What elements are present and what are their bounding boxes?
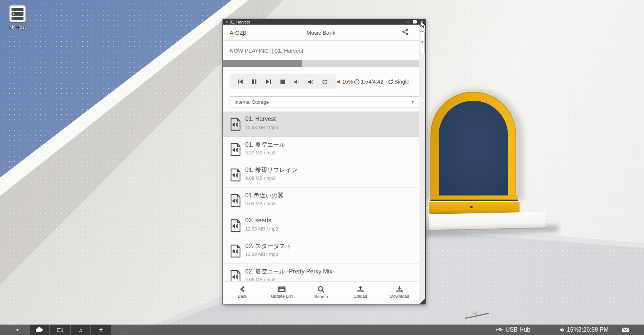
audio-file-icon	[230, 118, 241, 132]
audio-file-icon	[230, 244, 241, 259]
minimize-button[interactable]	[406, 22, 410, 22]
window-scrollbar[interactable]	[419, 25, 425, 304]
taskbar-item-add[interactable]: +	[91, 325, 111, 335]
volume-up-button[interactable]	[306, 77, 315, 86]
maximize-button[interactable]	[413, 20, 417, 24]
song-list-item[interactable]: 02. スターダスト 12.39 MB / mp3	[223, 238, 419, 264]
progress-bar[interactable]	[223, 60, 419, 67]
music-player-window: ♫ 01. Harvest × ArOZβ Music Bank NOW PLA…	[222, 19, 426, 304]
pause-button[interactable]	[250, 77, 259, 86]
chevron-down-icon: ▼	[411, 100, 414, 104]
audio-file-icon	[230, 168, 241, 183]
storage-dropdown[interactable]: Internal Storage ▼	[230, 96, 419, 107]
mouse-cursor	[420, 21, 426, 30]
upload-icon	[357, 286, 364, 292]
tool-label: Download	[390, 294, 409, 298]
wall-tuft	[472, 310, 477, 313]
time-status: 1:54/4:42	[354, 74, 383, 89]
previous-button[interactable]	[236, 77, 245, 86]
taskbar-clock[interactable]: 3:26:58 PM	[578, 326, 609, 333]
stop-button[interactable]	[278, 77, 287, 86]
arch-window-sill	[429, 202, 520, 214]
taskbar-item-files[interactable]	[50, 325, 70, 335]
search-icon	[318, 286, 325, 293]
song-list-item[interactable]: 01. Harvest 10.93 MB / mp3	[223, 112, 419, 137]
usb-icon	[496, 328, 503, 332]
volume-status: 15%	[337, 74, 353, 89]
audio-file-icon	[230, 143, 241, 158]
tool-label: Search	[314, 294, 328, 299]
progress-fill	[223, 60, 302, 67]
taskbar: ▼ ♫ +	[0, 325, 644, 335]
storage-selected-value: Internal Storage	[234, 99, 269, 105]
song-title: 01. 希望リフレイン	[245, 166, 298, 174]
playback-mode[interactable]: Single	[388, 74, 409, 89]
server-stack-icon	[9, 5, 26, 22]
resize-handle[interactable]	[420, 298, 425, 304]
search-button[interactable]: Search	[302, 282, 341, 303]
window-ledge	[429, 212, 546, 230]
song-list-item[interactable]: 02. seeds 12.99 MB / mp3	[223, 213, 419, 238]
upload-button[interactable]: Upload	[341, 282, 380, 303]
song-meta: 9.63 MB / mp3	[245, 201, 275, 206]
player-controls: 15% 1:54/4:42 Single	[223, 67, 419, 96]
arch-window-glass	[439, 101, 508, 195]
audio-file-icon	[230, 194, 241, 209]
music-note-icon: ♫	[225, 20, 228, 24]
mail-icon[interactable]	[622, 328, 629, 332]
volume-label: 15%	[567, 326, 579, 333]
update-list-button[interactable]: Update List	[262, 282, 301, 303]
back-chevron-icon	[240, 286, 246, 292]
clock-icon	[354, 79, 360, 85]
taskbar-usb-status[interactable]: USB Hub	[496, 326, 530, 333]
song-title: 02. スターダスト	[245, 242, 292, 250]
arch-window-sill-groove	[430, 195, 518, 201]
desktop-icon-my-host[interactable]: My Host	[3, 5, 32, 30]
song-meta: 12.99 MB / mp3	[245, 226, 278, 232]
taskbar-item-cloud[interactable]	[30, 325, 49, 335]
desktop-icon-label: My Host	[3, 25, 32, 30]
music-note-icon: ♫	[78, 327, 82, 333]
scrollbar-thumb[interactable]	[420, 31, 424, 53]
next-button[interactable]	[264, 77, 273, 86]
caret-down-icon[interactable]: ▼	[16, 328, 19, 332]
app-header: ArOZβ Music Bank	[223, 25, 419, 40]
audio-file-icon	[230, 219, 241, 234]
song-list: 01. Harvest 10.93 MB / mp3 01. 夏空エール 9.3…	[223, 112, 419, 304]
tool-label: Back	[238, 294, 247, 298]
share-icon[interactable]	[402, 28, 408, 37]
download-button[interactable]: Download	[380, 282, 419, 303]
plus-icon: +	[99, 326, 103, 333]
song-meta: 10.93 MB / mp3	[245, 125, 278, 130]
volume-down-button[interactable]	[292, 77, 301, 86]
song-title: 01.色違いの翼	[245, 192, 284, 200]
song-title: 01. Harvest	[245, 116, 276, 122]
tool-label: Update List	[271, 294, 293, 298]
repeat-button[interactable]	[321, 77, 329, 86]
page-title: Music Bank	[223, 29, 419, 36]
download-icon	[396, 286, 403, 292]
speaker-icon	[560, 328, 565, 332]
window-titlebar[interactable]: ♫ 01. Harvest ×	[223, 19, 425, 25]
taskbar-volume-status[interactable]: 15%	[560, 326, 579, 333]
song-list-item[interactable]: 01. 希望リフレイン 9.09 MB / mp3	[223, 162, 419, 188]
window-title: 01. Harvest	[230, 20, 250, 24]
song-list-item[interactable]: 01. 夏空エール 9.37 MB / mp3	[223, 137, 419, 162]
taskbar-item-music[interactable]: ♫	[71, 325, 90, 335]
song-meta: 12.39 MB / mp3	[245, 252, 278, 257]
song-title: 01. 夏空エール	[245, 141, 285, 149]
song-title: 02. seeds	[245, 217, 271, 224]
song-meta: 9.09 MB / mp3	[245, 176, 275, 181]
update-list-icon	[278, 286, 286, 292]
cloud-icon	[35, 327, 44, 332]
back-button[interactable]: Back	[223, 282, 262, 303]
repeat-icon	[388, 79, 393, 84]
usb-label: USB Hub	[505, 326, 530, 333]
song-list-item[interactable]: 01.色違いの翼 9.63 MB / mp3	[223, 188, 419, 213]
now-playing-label: NOW PLAYING || 01. Harvest	[223, 41, 419, 60]
song-meta: 9.37 MB / mp3	[245, 150, 275, 156]
song-title: 02. 夏空エール -Pretty Perky Mix-	[245, 268, 334, 276]
sill-dot	[470, 206, 473, 208]
bottom-toolbar: Back Update List Search	[223, 281, 419, 303]
controls-panel	[230, 74, 336, 89]
